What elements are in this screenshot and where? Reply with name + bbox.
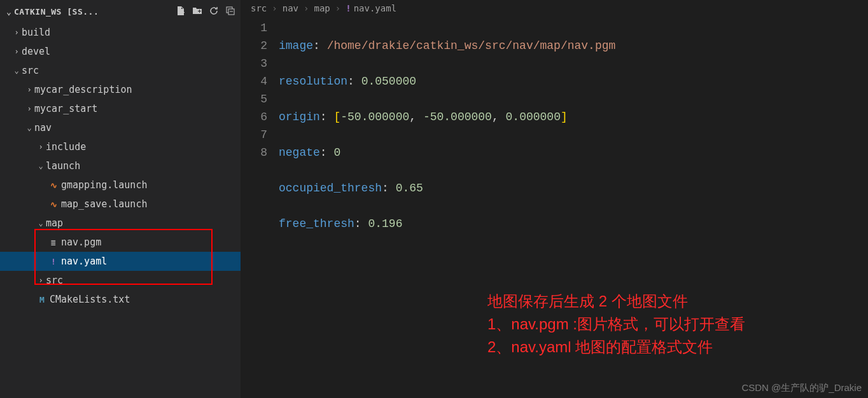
file-label: nav.pgm xyxy=(61,237,101,248)
yaml-file-icon: ! xyxy=(47,257,60,266)
chevron-right-icon: › xyxy=(335,3,340,13)
chevron-right-icon: › xyxy=(11,28,22,37)
folder-launch[interactable]: ⌄ launch xyxy=(0,156,241,175)
yaml-value: 0.196 xyxy=(368,217,402,230)
file-label: gmapping.launch xyxy=(61,179,147,191)
chevron-right-icon: › xyxy=(272,3,277,13)
new-folder-icon[interactable] xyxy=(192,6,202,18)
line-number: 2 xyxy=(241,37,267,55)
yaml-key: resolution xyxy=(279,75,347,88)
file-map-save-launch[interactable]: ∿ map_save.launch xyxy=(0,195,241,214)
yaml-key: origin xyxy=(279,111,320,123)
file-icon: ≣ xyxy=(47,238,60,247)
line-number: 8 xyxy=(241,144,267,161)
breadcrumbs[interactable]: src › nav › map › !nav.yaml xyxy=(241,0,868,17)
folder-map[interactable]: ⌄ map xyxy=(0,214,241,233)
file-tree: › build › devel ⌄ src › mycar_descriptio… xyxy=(0,20,241,309)
annotation-line: 地图保存后生成 2 个地图文件 xyxy=(487,290,745,313)
yaml-value: /home/drakie/catkin_ws/src/nav/map/nav.p… xyxy=(327,39,616,52)
chevron-right-icon: › xyxy=(24,104,34,113)
file-label: map_save.launch xyxy=(61,198,147,210)
folder-label: launch xyxy=(46,160,80,172)
line-number: 6 xyxy=(241,108,267,126)
chevron-down-icon: ⌄ xyxy=(24,123,34,132)
folder-label: include xyxy=(46,141,86,153)
folder-label: devel xyxy=(22,46,50,57)
chevron-right-icon: › xyxy=(11,47,22,56)
line-number: 5 xyxy=(241,90,267,108)
line-number: 7 xyxy=(241,126,267,144)
launch-file-icon: ∿ xyxy=(47,200,60,209)
watermark: CSDN @生产队的驴_Drakie xyxy=(741,382,862,394)
folder-label: mycar_start xyxy=(34,103,97,114)
line-number: 1 xyxy=(241,19,267,37)
explorer-header[interactable]: ⌄ CATKIN_WS [SS... xyxy=(0,3,241,20)
explorer-actions xyxy=(176,6,235,18)
line-number: 3 xyxy=(241,55,267,72)
file-cmakelists[interactable]: M CMakeLists.txt xyxy=(0,290,241,309)
annotation-line: 2、nav.yaml 地图的配置格式文件 xyxy=(487,336,745,359)
chevron-right-icon: › xyxy=(24,85,34,94)
editor-area: src › nav › map › !nav.yaml 1 2 3 4 5 6 … xyxy=(241,0,868,398)
yaml-value: 0.050000 xyxy=(361,75,416,88)
folder-devel[interactable]: › devel xyxy=(0,42,241,61)
collapse-all-icon[interactable] xyxy=(225,6,235,18)
new-file-icon[interactable] xyxy=(176,6,186,18)
explorer-title: CATKIN_WS [SS... xyxy=(14,7,176,17)
chevron-right-icon: › xyxy=(36,276,46,285)
folder-nav[interactable]: ⌄ nav xyxy=(0,118,241,137)
yaml-key: free_thresh xyxy=(279,217,354,230)
file-nav-yaml[interactable]: ! nav.yaml xyxy=(0,252,241,271)
folder-label: mycar_description xyxy=(34,84,132,95)
chevron-down-icon: ⌄ xyxy=(36,161,46,170)
folder-build[interactable]: › build xyxy=(0,23,241,42)
annotation-text: 地图保存后生成 2 个地图文件 1、nav.pgm :图片格式，可以打开查看 2… xyxy=(487,290,745,359)
folder-label: build xyxy=(22,27,50,38)
file-label: nav.yaml xyxy=(61,256,107,267)
breadcrumb-item[interactable]: nav xyxy=(283,3,298,13)
folder-include[interactable]: › include xyxy=(0,137,241,156)
launch-file-icon: ∿ xyxy=(47,181,60,190)
chevron-down-icon: ⌄ xyxy=(11,66,22,75)
line-gutter: 1 2 3 4 5 6 7 8 xyxy=(241,19,279,340)
chevron-right-icon: › xyxy=(36,142,46,151)
folder-label: nav xyxy=(34,122,52,134)
annotation-line: 1、nav.pgm :图片格式，可以打开查看 xyxy=(487,313,745,336)
yaml-file-icon: ! xyxy=(346,3,351,13)
yaml-key: occupied_thresh xyxy=(279,182,382,195)
folder-src[interactable]: ⌄ src xyxy=(0,61,241,80)
breadcrumb-item[interactable]: !nav.yaml xyxy=(346,3,396,13)
breadcrumb-label: nav.yaml xyxy=(354,3,396,13)
file-nav-pgm[interactable]: ≣ nav.pgm xyxy=(0,233,241,252)
yaml-value: 0.000000 xyxy=(506,111,561,123)
cmake-file-icon: M xyxy=(36,295,48,305)
folder-mycar-start[interactable]: › mycar_start xyxy=(0,99,241,118)
folder-mycar-description[interactable]: › mycar_description xyxy=(0,80,241,99)
file-label: CMakeLists.txt xyxy=(50,294,130,305)
chevron-down-icon: ⌄ xyxy=(4,7,14,17)
breadcrumb-item[interactable]: src xyxy=(251,3,267,13)
line-number: 4 xyxy=(241,72,267,90)
folder-label: src xyxy=(22,65,39,76)
yaml-value: -50.000000 xyxy=(340,111,409,123)
refresh-icon[interactable] xyxy=(209,6,219,18)
file-gmapping-launch[interactable]: ∿ gmapping.launch xyxy=(0,175,241,195)
chevron-right-icon: › xyxy=(304,3,309,13)
folder-label: map xyxy=(46,217,63,229)
yaml-key: image xyxy=(279,39,313,52)
folder-src-inner[interactable]: › src xyxy=(0,271,241,290)
yaml-value: 0 xyxy=(333,146,340,159)
yaml-value: -50.000000 xyxy=(423,111,492,123)
file-explorer: ⌄ CATKIN_WS [SS... › build › devel xyxy=(0,0,241,398)
yaml-key: negate xyxy=(279,146,320,159)
chevron-down-icon: ⌄ xyxy=(36,219,46,228)
folder-label: src xyxy=(46,275,63,286)
breadcrumb-item[interactable]: map xyxy=(314,3,330,13)
yaml-value: 0.65 xyxy=(396,182,423,195)
